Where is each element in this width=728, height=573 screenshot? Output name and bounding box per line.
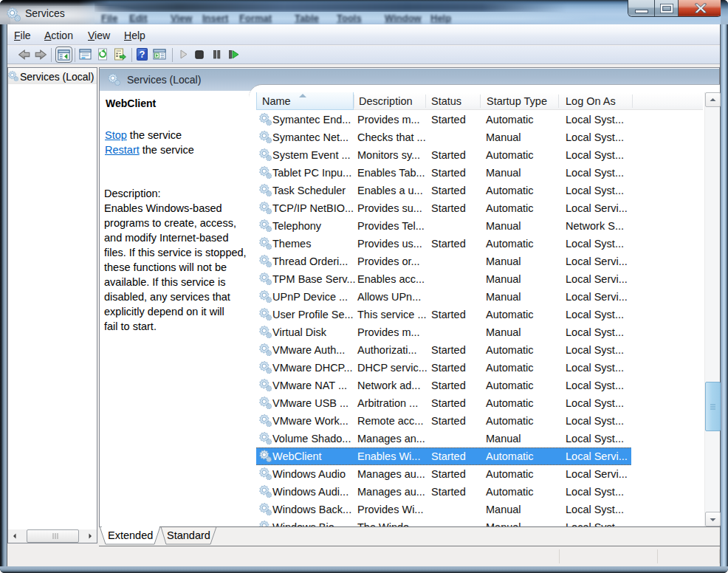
svg-text:?: ?: [140, 49, 145, 60]
